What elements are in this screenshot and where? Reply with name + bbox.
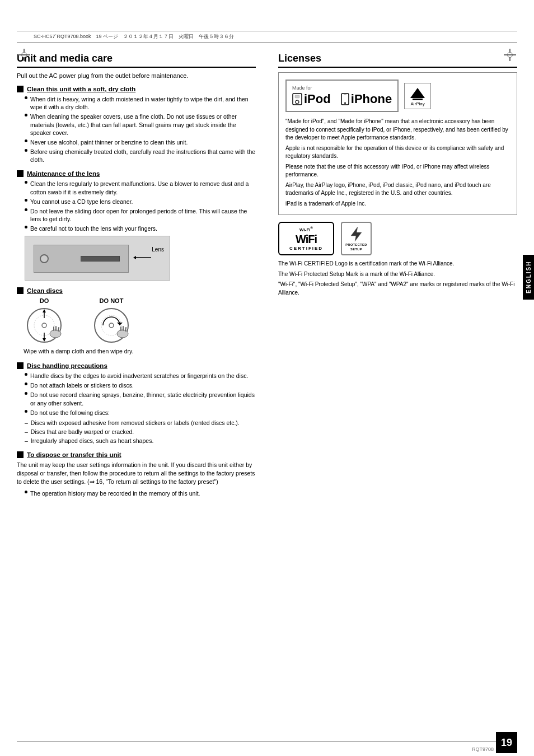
subsection-icon-dispose: [17, 451, 24, 458]
bullet-dot: [25, 114, 27, 116]
bullet-text: The operation history may be recorded in…: [30, 489, 200, 497]
wifi-desc-3: "Wi-Fi", "Wi-Fi Protected Setup", "WPA" …: [278, 281, 517, 297]
subsection-icon-discs: [17, 287, 24, 294]
subsection-icon-lens: [17, 170, 24, 177]
lens-circle: [40, 254, 49, 263]
license-text-3: Please note that the use of this accesso…: [285, 163, 510, 179]
subsection-dispose-title: To dispose or transfer this unit: [27, 451, 121, 458]
wifi-desc-2: The Wi-Fi Protected Setup Mark is a mark…: [278, 270, 517, 279]
list-item: Do not use record cleaning sprays, benzi…: [25, 391, 256, 407]
bullet-dot: [25, 392, 27, 395]
list-item: Do not leave the sliding door open for p…: [25, 207, 256, 223]
svg-point-14: [109, 323, 114, 328]
iphone-icon: [341, 93, 349, 105]
bullet-text: Do not use record cleaning sprays, benzi…: [30, 391, 256, 407]
wifi-section: Wi-Fi® WiFi CERTIFIED PROTECTED SETUP: [278, 222, 517, 297]
airplay-icon: [409, 86, 426, 100]
ipod-icon: [292, 93, 302, 105]
svg-line-12: [58, 328, 59, 331]
svg-marker-27: [410, 88, 425, 98]
svg-marker-29: [351, 227, 362, 241]
list-item: – Discs that are badly warped or cracked…: [25, 428, 256, 436]
ipod-iphone-row: Made for iPod: [285, 80, 510, 112]
bullet-text: Do not attach labels or stickers to disc…: [30, 381, 134, 389]
subsection-icon-disc-handling: [17, 362, 24, 369]
wifi-certified-logo: Wi-Fi® WiFi CERTIFIED: [278, 222, 334, 255]
svg-marker-1: [133, 256, 136, 259]
footer-line: [17, 741, 517, 742]
bullet-text: Be careful not to touch the lens with yo…: [30, 225, 157, 232]
subsection-icon-clean-unit: [17, 86, 24, 92]
rqt-label: RQT9708: [472, 746, 494, 752]
disc-donot-svg: [92, 306, 131, 345]
clean-unit-bullets: When dirt is heavy, wring a cloth moiste…: [25, 95, 256, 164]
disc-donot-label: DO NOT: [100, 297, 124, 304]
svg-rect-28: [413, 99, 423, 100]
list-item: Clean the lens regularly to prevent malf…: [25, 180, 256, 195]
wifi-certified-text: CERTIFIED: [289, 246, 323, 251]
license-text-1: "Made for iPod", and "Made for iPhone" m…: [285, 118, 510, 142]
license-text-5: iPad is a trademark of Apple Inc.: [285, 200, 510, 208]
bullet-dot: [25, 199, 27, 202]
svg-marker-6: [43, 309, 46, 312]
wifi-setup-bolt-icon: [346, 226, 366, 242]
bullet-text: Clean the lens regularly to prevent malf…: [30, 180, 256, 195]
dispose-body-text: The unit may keep the user settings info…: [17, 461, 256, 486]
bullet-dot: [25, 208, 27, 211]
sub-bullet-text: Discs with exposed adhesive from removed…: [31, 419, 240, 427]
svg-rect-23: [295, 95, 299, 98]
svg-point-17: [117, 330, 128, 338]
bullet-dot: [25, 410, 27, 413]
airplay-label: AirPlay: [410, 101, 424, 106]
iphone-text: iPhone: [351, 92, 392, 106]
bullet-dot: [25, 149, 27, 152]
svg-point-22: [296, 100, 299, 104]
disc-do-svg: [25, 306, 64, 345]
bullet-text: Before using chemically treated cloth, c…: [30, 148, 256, 164]
subsection-dispose-header: To dispose or transfer this unit: [17, 451, 256, 458]
ipod-iphone-logos: iPod: [292, 92, 392, 106]
device-body: [34, 245, 129, 273]
bullet-text: Do not leave the sliding door open for p…: [30, 207, 256, 223]
list-item: Never use alcohol, paint thinner or benz…: [25, 138, 256, 146]
bullet-text: Never use alcohol, paint thinner or benz…: [30, 138, 188, 146]
made-for-box: Made for iPod: [285, 80, 399, 112]
list-item: The operation history may be recorded in…: [25, 489, 256, 497]
svg-marker-16: [117, 323, 123, 325]
page-number: 19: [501, 737, 512, 749]
svg-point-25: [344, 102, 346, 104]
subsection-disc-handling-title: Disc handling precautions: [27, 362, 107, 369]
bullet-text: When cleaning the speaker covers, use a …: [30, 113, 256, 137]
list-item: Do not use the following discs:: [25, 409, 256, 417]
ipod-logo: iPod: [292, 92, 331, 106]
list-item: – Discs with exposed adhesive from remov…: [25, 419, 256, 427]
subsection-lens-header: Maintenance of the lens: [17, 170, 256, 177]
subsection-lens-title: Maintenance of the lens: [27, 170, 100, 177]
disc-handling-bullets: Handle discs by the edges to avoid inadv…: [25, 372, 256, 417]
bullet-text: You cannot use a CD type lens cleaner.: [30, 198, 133, 206]
wipe-instruction: Wipe with a damp cloth and then wipe dry…: [24, 347, 256, 356]
bullet-text: Handle discs by the edges to avoid inadv…: [30, 372, 248, 380]
sub-dash: –: [25, 437, 28, 445]
bullet-dot: [25, 226, 27, 228]
svg-rect-26: [344, 95, 346, 95]
svg-line-20: [125, 328, 126, 331]
subsection-disc-handling-header: Disc handling precautions: [17, 362, 256, 369]
corner-mark-tl: [18, 49, 30, 61]
wifi-setup-line1: PROTECTED: [345, 243, 367, 247]
list-item: Handle discs by the edges to avoid inadv…: [25, 372, 256, 380]
list-item: When cleaning the speaker covers, use a …: [25, 113, 256, 137]
disc-do-col: DO: [25, 297, 64, 345]
lens-bullets: Clean the lens regularly to prevent malf…: [25, 180, 256, 232]
header-strip: SC-HC57`RQT9708.book 19 ページ ２０１２年４月１７日 火…: [17, 31, 517, 43]
bullet-text: Do not use the following discs:: [30, 409, 110, 417]
wifi-logos-row: Wi-Fi® WiFi CERTIFIED PROTECTED SETUP: [278, 222, 517, 255]
bullet-dot: [25, 382, 27, 385]
wifi-setup-line2: SETUP: [345, 248, 367, 251]
disc-slot: [81, 256, 120, 262]
left-column: Unit and media care Pull out the AC powe…: [17, 43, 267, 500]
logo-separator: [334, 92, 338, 106]
license-text-4: AirPlay, the AirPlay logo, iPhone, iPod,…: [285, 181, 510, 198]
lens-arrow: [132, 252, 154, 263]
sub-bullet-text: Discs that are badly warped or cracked.: [31, 428, 134, 436]
